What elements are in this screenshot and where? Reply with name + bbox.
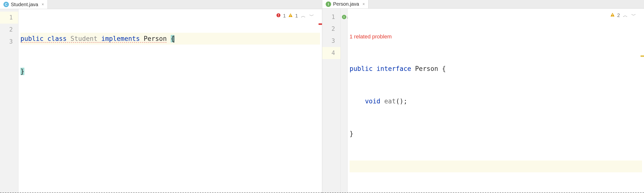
svg-rect-8: [612, 16, 613, 16]
close-tab-icon[interactable]: ×: [362, 2, 365, 7]
code-line[interactable]: public class Student implements Person {: [20, 33, 320, 45]
inspection-widget-right[interactable]: 2 ︿ ﹀: [609, 11, 638, 20]
related-problem-banner[interactable]: 1 related problem: [350, 32, 642, 42]
next-highlight-icon[interactable]: ﹀: [631, 12, 636, 19]
editor-pane-right: I Person.java × 1 2 3 4 I↓ 1 related pro…: [322, 0, 644, 193]
gutter-right-numbers: 1 2 3 4: [322, 9, 341, 193]
inspection-widget-left[interactable]: 1 1 ︿ ﹀: [275, 12, 316, 20]
close-tab-icon[interactable]: ×: [42, 2, 44, 7]
text-cursor: [174, 36, 174, 43]
warning-stripe-marker[interactable]: [640, 55, 644, 57]
warning-count: 2: [617, 13, 620, 18]
editor-right[interactable]: 1 2 3 4 I↓ 1 related problem public inte…: [322, 9, 644, 193]
code-area-left[interactable]: public class Student implements Person {…: [18, 9, 322, 193]
code-line[interactable]: [350, 160, 642, 172]
svg-rect-1: [278, 14, 279, 16]
tab-student[interactable]: C Student.java ×: [0, 0, 48, 9]
code-area-right[interactable]: 1 related problem public interface Perso…: [348, 9, 644, 193]
code-line[interactable]: void eat();: [350, 95, 642, 107]
tab-person[interactable]: I Person.java ×: [322, 0, 368, 8]
prev-highlight-icon[interactable]: ︿: [622, 12, 628, 19]
prev-highlight-icon[interactable]: ︿: [300, 13, 306, 19]
tab-bar-right: I Person.java ×: [322, 0, 644, 9]
svg-rect-5: [290, 16, 291, 17]
line-number[interactable]: 2: [322, 23, 340, 35]
gutter-right-icons: I↓: [341, 9, 348, 193]
code-line[interactable]: public interface Person {: [350, 63, 642, 75]
line-number[interactable]: 3: [0, 36, 18, 48]
class-file-icon: C: [4, 2, 9, 7]
code-line[interactable]: [20, 98, 320, 110]
line-number[interactable]: 2: [0, 24, 18, 36]
line-number[interactable]: 4: [322, 47, 340, 59]
implemented-by-icon[interactable]: I↓: [342, 15, 346, 19]
line-number[interactable]: 1: [0, 12, 18, 24]
editor-left[interactable]: 1 2 3 public class Student implements Pe…: [0, 9, 322, 193]
warning-icon: [288, 13, 293, 19]
svg-rect-2: [278, 16, 279, 17]
line-number[interactable]: 3: [322, 35, 340, 47]
tab-bar-left: C Student.java ×: [0, 0, 322, 9]
error-stripe-marker[interactable]: [318, 23, 322, 25]
svg-rect-7: [612, 14, 613, 15]
line-number[interactable]: 1: [322, 11, 340, 23]
interface-file-icon: I: [326, 2, 331, 7]
warning-icon: [610, 13, 615, 18]
svg-rect-4: [290, 15, 291, 16]
code-line[interactable]: }: [350, 128, 642, 140]
editor-pane-left: C Student.java × 1 2 3 public class Stud…: [0, 0, 322, 193]
next-highlight-icon[interactable]: ﹀: [309, 13, 314, 19]
tab-filename: Student.java: [11, 2, 38, 8]
error-icon: [276, 13, 281, 19]
gutter-left: 1 2 3: [0, 9, 18, 193]
code-line[interactable]: }: [20, 66, 320, 77]
error-count: 1: [283, 13, 286, 19]
warning-count: 1: [295, 13, 298, 19]
tab-filename: Person.java: [333, 1, 359, 7]
